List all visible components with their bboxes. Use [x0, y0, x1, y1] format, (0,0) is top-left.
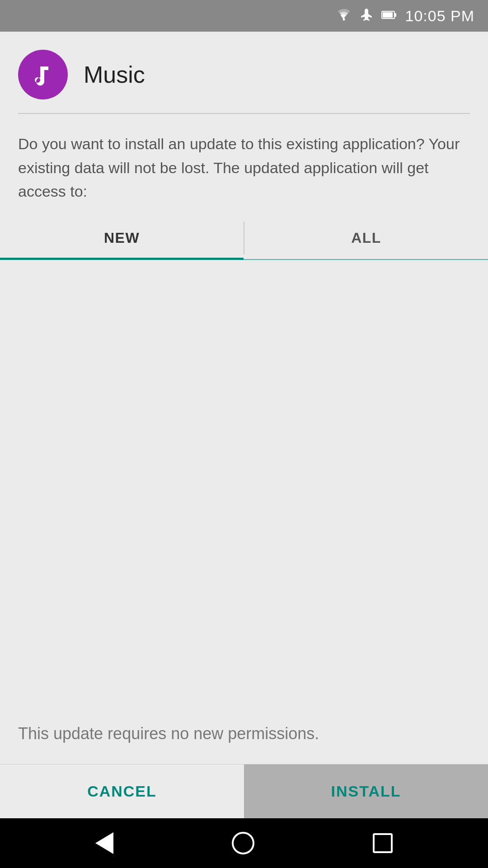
app-header: Music	[0, 32, 488, 113]
tab-new[interactable]: NEW	[0, 217, 244, 259]
cancel-button[interactable]: CANCEL	[0, 764, 244, 818]
tab-all[interactable]: ALL	[244, 217, 488, 259]
svg-point-0	[343, 18, 345, 20]
wifi-icon	[336, 8, 352, 24]
tabs-container: NEW ALL	[0, 217, 488, 260]
svg-rect-2	[394, 13, 396, 17]
home-button[interactable]	[232, 832, 254, 854]
main-content: Music Do you want to install an update t…	[0, 32, 488, 818]
install-button[interactable]: INSTALL	[244, 764, 488, 818]
status-bar: 10:05 PM	[0, 0, 488, 32]
no-permissions-message: This update requires no new permissions.	[18, 722, 319, 746]
recent-icon	[373, 833, 393, 853]
tab-content-area: This update requires no new permissions.	[0, 260, 488, 764]
airplane-icon	[360, 8, 373, 24]
recent-button[interactable]	[373, 833, 393, 853]
install-description: Do you want to install an update to this…	[0, 114, 488, 217]
back-button[interactable]	[95, 832, 113, 854]
nav-bar	[0, 818, 488, 868]
status-icons: 10:05 PM	[336, 7, 474, 25]
app-name: Music	[84, 61, 145, 88]
status-time: 10:05 PM	[405, 7, 474, 25]
back-icon	[95, 832, 113, 854]
bottom-buttons: CANCEL INSTALL	[0, 764, 488, 818]
app-icon	[18, 50, 68, 99]
battery-icon	[381, 9, 397, 23]
svg-rect-3	[383, 12, 393, 18]
home-icon	[232, 832, 254, 854]
